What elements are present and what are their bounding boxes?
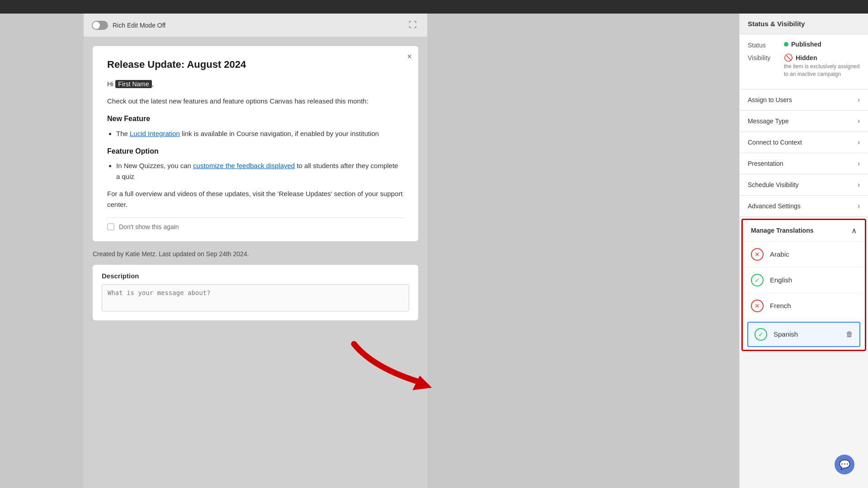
accordion-advanced-settings[interactable]: Advanced Settings › [740,196,868,217]
french-label: French [770,302,857,310]
visibility-value: Hidden [796,54,817,61]
dont-show-checkbox[interactable] [107,223,114,230]
chevron-down-icon: › [858,138,860,146]
right-sidebar: Status & Visibility Status Published Vis… [739,14,868,488]
assign-users-header[interactable]: Assign to Users › [740,89,868,110]
advanced-settings-label: Advanced Settings [748,202,801,210]
feature-option-item: In New Quizzes, you can customize the fe… [116,160,404,182]
dont-show-label: Don't show this again [119,223,179,230]
chat-button[interactable]: 💬 [835,455,854,474]
message-title: Release Update: August 2024 [107,59,404,70]
presentation-label: Presentation [748,160,783,167]
chat-icon: 💬 [839,459,850,470]
status-value: Published [784,41,821,48]
french-status-icon: ✕ [751,300,764,312]
status-label: Status [748,41,784,49]
accordion-schedule-visibility[interactable]: Schedule Visibility › [740,174,868,196]
spanish-label: Spanish [774,330,840,338]
connect-context-header[interactable]: Connect to Context › [740,132,868,153]
accordion-message-type[interactable]: Message Type › [740,111,868,132]
sidebar-header: Status & Visibility [740,14,868,34]
attribution-text: Created by Katie Metz. Last updated on S… [93,250,418,258]
connect-context-label: Connect to Context [748,139,802,146]
status-text: Published [791,41,821,48]
intro-text: Check out the latest new features and fe… [107,96,404,107]
eye-off-icon: 🚫 [784,53,793,62]
chevron-down-icon: › [858,96,860,104]
first-name-tag: First Name [115,80,151,88]
chevron-down-icon: › [858,160,860,168]
arabic-label: Arabic [770,250,857,258]
new-feature-item: The Lucid Integration link is available … [116,128,404,139]
language-item-english: ✓ English [743,267,865,293]
toggle-icon [92,21,108,30]
language-item-arabic: ✕ Arabic [743,242,865,267]
english-label: English [770,276,857,284]
customize-link[interactable]: customize the feedback displayed [193,162,295,169]
top-bar [0,0,868,14]
greeting-suffix: , [152,80,154,88]
message-type-label: Message Type [748,117,789,125]
accordion-assign-users[interactable]: Assign to Users › [740,89,868,111]
schedule-visibility-label: Schedule Visibility [748,181,799,188]
visibility-label: Visibility [748,53,784,61]
description-textarea[interactable] [102,284,409,311]
presentation-header[interactable]: Presentation › [740,153,868,174]
language-item-french: ✕ French [743,293,865,319]
advanced-settings-header[interactable]: Advanced Settings › [740,196,868,216]
manage-translations-panel: Manage Translations ∧ ✕ Arabic ✓ English… [741,219,866,351]
schedule-visibility-header[interactable]: Schedule Visibility › [740,174,868,195]
feature-option-heading: Feature Option [107,145,404,157]
assign-users-label: Assign to Users [748,96,792,103]
status-dot [784,42,788,47]
visibility-info: 🚫 Hidden the item is exclusively assigne… [784,53,860,78]
main-content: × Release Update: August 2024 Hi First N… [84,37,427,488]
chevron-down-icon: › [858,202,860,210]
edit-mode-label: Rich Edit Mode Off [113,22,165,29]
accordion-connect-context[interactable]: Connect to Context › [740,132,868,153]
visibility-row: Visibility 🚫 Hidden the item is exclusiv… [748,53,860,78]
arabic-status-icon: ✕ [751,248,764,261]
close-button[interactable]: × [407,52,412,61]
chevron-up-icon: ∧ [851,226,857,235]
status-visibility-section: Status Published Visibility 🚫 Hidden the… [740,34,868,89]
spanish-status-icon: ✓ [755,328,767,341]
chevron-down-icon: › [858,181,860,189]
accordion-presentation[interactable]: Presentation › [740,153,868,174]
fullscreen-button[interactable]: ⛶ [406,19,419,32]
english-status-icon: ✓ [751,274,764,286]
feature-option-list: In New Quizzes, you can customize the fe… [116,160,404,182]
status-row: Status Published [748,41,860,49]
dont-show-row: Don't show this again [107,217,404,230]
new-feature-heading: New Feature [107,113,404,125]
greeting-line: Hi First Name, [107,79,404,89]
edit-mode-bar: Rich Edit Mode Off ⛶ [84,14,427,37]
greeting-prefix: Hi [107,80,115,88]
rich-edit-toggle[interactable]: Rich Edit Mode Off [92,21,165,30]
delete-spanish-button[interactable]: 🗑 [846,330,853,338]
language-item-spanish[interactable]: ✓ Spanish 🗑 [747,322,860,347]
message-body: Hi First Name, Check out the latest new … [107,79,404,210]
description-section: Description [93,265,418,320]
message-card: × Release Update: August 2024 Hi First N… [93,46,418,241]
chevron-down-icon: › [858,117,860,125]
visibility-desc: the item is exclusively assigned to an i… [784,63,860,78]
lucid-link[interactable]: Lucid Integration [130,130,180,137]
manage-translations-header[interactable]: Manage Translations ∧ [743,220,865,242]
manage-translations-label: Manage Translations [751,227,813,234]
new-feature-list: The Lucid Integration link is available … [116,128,404,139]
message-type-header[interactable]: Message Type › [740,111,868,131]
description-label: Description [102,272,409,280]
footer-text: For a full overview and videos of these … [107,188,404,210]
